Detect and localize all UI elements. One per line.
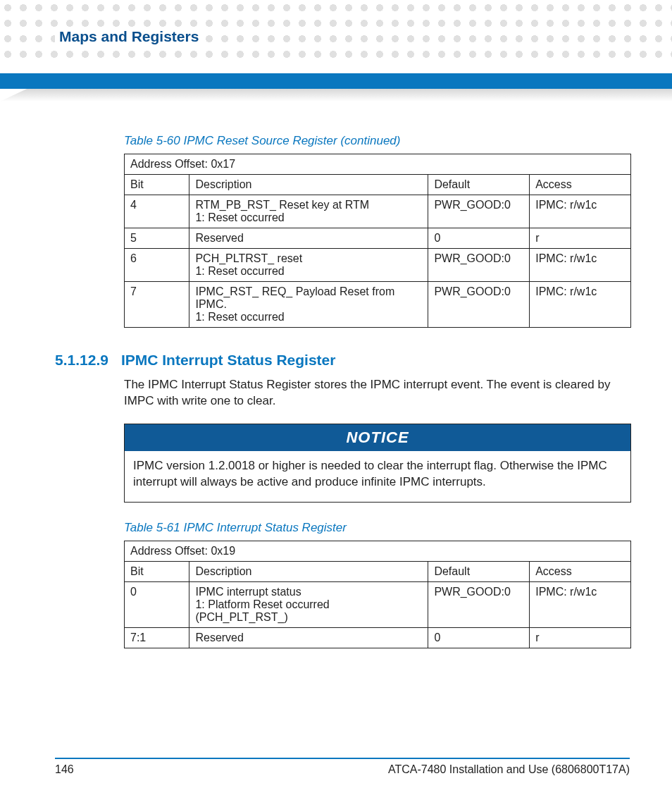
- chapter-title: Maps and Registers: [55, 28, 203, 45]
- page-content: Table 5-60 IPMC Reset Source Register (c…: [55, 134, 630, 648]
- table2-col-desc: Description: [189, 561, 428, 581]
- table1-col-acc: Access: [530, 175, 631, 195]
- section-title: IPMC Interrupt Status Register: [121, 352, 336, 369]
- table1-col-desc: Description: [189, 175, 428, 195]
- table1-offset: Address Offset: 0x17: [125, 154, 631, 175]
- table2-col-bit: Bit: [125, 561, 189, 581]
- table-row: 0 IPMC interrupt status1: Platform Reset…: [125, 581, 631, 627]
- section-number: 5.1.12.9: [55, 352, 108, 369]
- table2-offset: Address Offset: 0x19: [125, 541, 631, 561]
- header-blue-bar: [0, 73, 672, 89]
- page-number: 146: [55, 763, 74, 776]
- table-row: 7:1 Reserved 0 r: [125, 627, 631, 648]
- table-row: 6 PCH_PLTRST_ reset1: Reset occurred PWR…: [125, 249, 631, 282]
- table-row: 7 IPMC_RST_ REQ_ Payload Reset from IPMC…: [125, 282, 631, 328]
- section-paragraph: The IPMC Interrupt Status Register store…: [124, 377, 630, 409]
- notice-label: NOTICE: [125, 424, 630, 451]
- notice-body: IPMC version 1.2.0018 or higher is neede…: [125, 451, 630, 502]
- footer-rule: [55, 758, 630, 759]
- table-row: 5 Reserved 0 r: [125, 228, 631, 249]
- table2: Address Offset: 0x19 Bit Description Def…: [124, 541, 631, 648]
- table1-caption: Table 5-60 IPMC Reset Source Register (c…: [124, 134, 630, 148]
- table1-col-def: Default: [428, 175, 530, 195]
- table2-col-def: Default: [428, 561, 530, 581]
- table2-col-acc: Access: [530, 561, 631, 581]
- header-shadow: [0, 89, 672, 101]
- notice-box: NOTICE IPMC version 1.2.0018 or higher i…: [124, 424, 631, 503]
- page-footer: 146 ATCA-7480 Installation and Use (6806…: [55, 758, 630, 776]
- doc-id: ATCA-7480 Installation and Use (6806800T…: [388, 763, 630, 776]
- table2-caption: Table 5-61 IPMC Interrupt Status Registe…: [124, 521, 630, 535]
- table1: Address Offset: 0x17 Bit Description Def…: [124, 154, 631, 328]
- table1-col-bit: Bit: [125, 175, 189, 195]
- table-row: 4 RTM_PB_RST_ Reset key at RTM1: Reset o…: [125, 195, 631, 228]
- section-heading: 5.1.12.9 IPMC Interrupt Status Register: [55, 352, 630, 369]
